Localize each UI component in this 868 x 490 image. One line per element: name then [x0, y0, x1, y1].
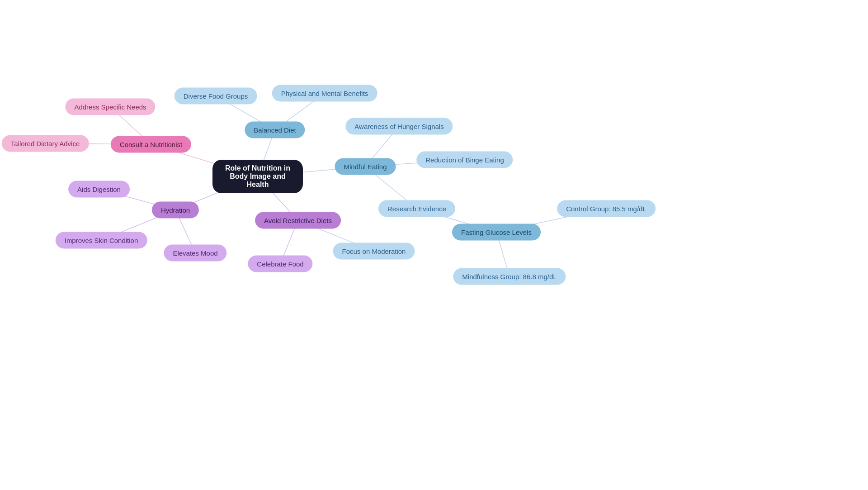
node-balanced_diet[interactable]: Balanced Diet [245, 122, 305, 138]
node-celebrate_food[interactable]: Celebrate Food [248, 256, 312, 272]
mindmap-container: Role of Nutrition in Body Image and Heal… [0, 0, 868, 490]
node-reduction_binge[interactable]: Reduction of Binge Eating [416, 152, 513, 168]
node-mindful_eating[interactable]: Mindful Eating [335, 158, 396, 175]
node-improves_skin[interactable]: Improves Skin Condition [56, 232, 147, 249]
node-focus_moderation[interactable]: Focus on Moderation [333, 243, 415, 260]
node-avoid_restrictive[interactable]: Avoid Restrictive Diets [255, 212, 341, 229]
node-research_evidence[interactable]: Research Evidence [378, 200, 455, 217]
node-fasting_glucose[interactable]: Fasting Glucose Levels [452, 224, 541, 241]
node-elevates_mood[interactable]: Elevates Mood [164, 245, 226, 262]
node-center[interactable]: Role of Nutrition in Body Image and Heal… [212, 160, 303, 193]
node-hydration[interactable]: Hydration [152, 202, 199, 219]
node-awareness_hunger[interactable]: Awareness of Hunger Signals [345, 118, 453, 135]
node-tailored_dietary[interactable]: Tailored Dietary Advice [2, 135, 89, 152]
node-address_specific[interactable]: Address Specific Needs [65, 99, 155, 115]
node-control_group[interactable]: Control Group: 85.5 mg/dL [557, 200, 656, 217]
node-consult_nutritionist[interactable]: Consult a Nutritionist [111, 136, 191, 153]
node-aids_digestion[interactable]: Aids Digestion [68, 181, 130, 198]
node-diverse_food_groups[interactable]: Diverse Food Groups [175, 88, 257, 105]
node-mindfulness_group[interactable]: Mindfulness Group: 86.8 mg/dL [453, 268, 566, 285]
node-physical_mental_benefits[interactable]: Physical and Mental Benefits [272, 85, 377, 102]
